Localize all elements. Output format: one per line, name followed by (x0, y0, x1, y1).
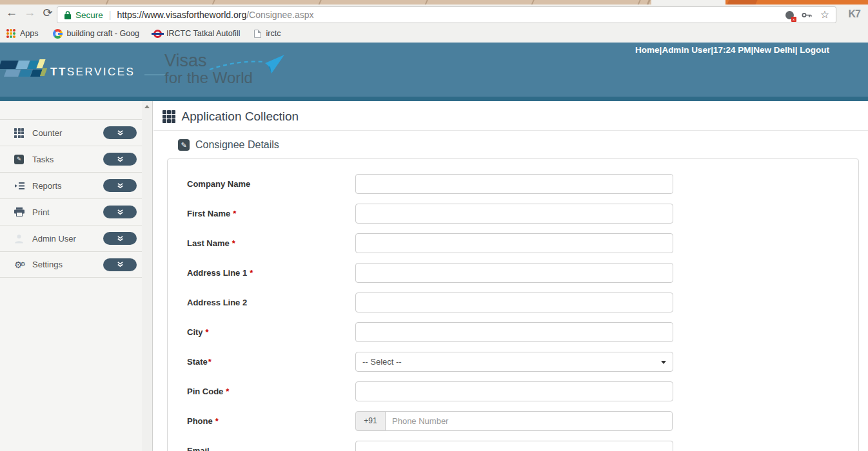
email-input[interactable] (355, 441, 673, 451)
sidebar: Counter ✎ Tasks Reports Print Adm (0, 101, 142, 451)
extension-icon[interactable]: x (785, 11, 794, 19)
logo-divider-line (144, 74, 165, 75)
forward-icon[interactable]: → (22, 6, 37, 19)
address-bar[interactable]: Secure | https://www.visasfortheworld.or… (57, 6, 836, 23)
user-icon (14, 234, 27, 244)
back-icon[interactable]: ← (4, 6, 19, 19)
required-asterisk: * (226, 387, 229, 396)
field-label: Email (187, 446, 355, 451)
secure-label: Secure (75, 10, 103, 20)
expand-button[interactable] (103, 126, 137, 139)
required-asterisk: * (233, 209, 236, 218)
site-header: Home|Admin User|17:24 PM|New Delhi| Logo… (0, 43, 868, 97)
sidebar-item-tasks[interactable]: ✎ Tasks (0, 146, 142, 172)
required-asterisk: * (215, 416, 219, 426)
tab-strip-frame (725, 0, 868, 5)
sidebar-item-label: Counter (32, 128, 62, 138)
consignee-form-panel: Company Name First Name* Last Name* Addr… (167, 158, 859, 451)
double-chevron-down-icon (117, 130, 124, 137)
grid-icon (163, 110, 175, 123)
sidebar-item-label: Tasks (32, 155, 54, 164)
sidebar-item-label: Settings (32, 260, 63, 269)
page-title: Application Collection (182, 110, 299, 124)
field-label: First Name* (187, 209, 355, 218)
address-line-2-input[interactable] (355, 293, 673, 312)
address-line-1-input[interactable] (355, 263, 673, 283)
main-content: Application Collection ✎ Consignee Detai… (153, 101, 868, 451)
state-select[interactable]: -- Select -- (355, 352, 673, 372)
field-label: Pin Code* (187, 387, 355, 396)
bookmark-label: Apps (20, 29, 39, 38)
gears-icon: ⚙⚙ (14, 260, 27, 269)
section-title: Consignee Details (195, 139, 279, 151)
first-name-input[interactable] (355, 204, 673, 224)
double-chevron-down-icon (117, 209, 124, 216)
form-row-state: State* -- Select -- (168, 347, 858, 376)
expand-button[interactable] (103, 258, 137, 271)
document-icon (254, 30, 261, 38)
expand-button[interactable] (103, 153, 137, 166)
form-row-pin-code: Pin Code* (168, 376, 858, 406)
phone-input[interactable] (385, 411, 673, 431)
field-label: Address Line 1* (187, 268, 355, 278)
field-label: City* (187, 327, 355, 337)
k7-extension-icon[interactable]: K7 (849, 8, 860, 20)
company-name-input[interactable] (355, 174, 673, 194)
bookmark-star-icon[interactable]: ☆ (820, 10, 829, 20)
form-row-address-line-2: Address Line 2 (168, 287, 858, 317)
expand-button[interactable] (103, 206, 137, 218)
bookmarks-bar: Apps building craft - Goog IRCTC Tatkal … (0, 24, 868, 43)
sidebar-item-label: Print (32, 207, 50, 217)
required-asterisk: * (250, 268, 253, 278)
pin-code-input[interactable] (355, 381, 673, 401)
scrollbar[interactable] (142, 101, 153, 451)
field-label: Address Line 2 (187, 298, 355, 307)
sidebar-item-settings[interactable]: ⚙⚙ Settings (0, 251, 142, 278)
divider (153, 130, 868, 131)
new-tab-button[interactable] (727, 0, 757, 5)
bookmark-item[interactable]: IRCTC Tatkal Autofill (153, 29, 240, 38)
required-asterisk: * (206, 327, 209, 337)
phone-prefix: +91 (355, 411, 386, 431)
key-icon[interactable] (802, 12, 813, 19)
sidebar-item-print[interactable]: Print (0, 198, 142, 225)
state-select-value: -- Select -- (362, 357, 402, 367)
apps-shortcut[interactable]: Apps (6, 29, 39, 38)
triangle-up-icon (144, 105, 150, 108)
extension-badge: x (791, 17, 796, 22)
bookmark-label: irctc (266, 29, 281, 38)
double-chevron-down-icon (117, 261, 124, 268)
header-nav-links[interactable]: Home|Admin User|17:24 PM|New Delhi| Logo… (635, 45, 829, 55)
sidebar-item-reports[interactable]: Reports (0, 172, 142, 198)
edit-icon: ✎ (178, 139, 190, 151)
field-label: State* (187, 357, 355, 367)
browser-toolbar: ← → ⟳ Secure | https://www.visasforthewo… (0, 5, 868, 24)
inactive-tabs[interactable] (0, 0, 651, 5)
field-label: Last Name* (187, 238, 355, 248)
field-label: Phone* (187, 416, 355, 426)
expand-button[interactable] (103, 232, 137, 245)
form-row-address-line-1: Address Line 1* (168, 258, 858, 287)
double-chevron-down-icon (117, 182, 124, 189)
last-name-input[interactable] (355, 233, 673, 253)
form-row-phone: Phone* +91 (168, 406, 858, 436)
double-chevron-down-icon (117, 156, 124, 163)
expand-button[interactable] (103, 179, 137, 192)
city-input[interactable] (355, 322, 673, 342)
sidebar-item-admin-user[interactable]: Admin User (0, 225, 142, 251)
bookmark-item[interactable]: irctc (254, 29, 281, 38)
form-row-company-name: Company Name (168, 169, 858, 198)
scrollbar-up-button[interactable] (142, 101, 152, 112)
url-domain: https://www.visasfortheworld.org (117, 10, 246, 20)
sidebar-item-counter[interactable]: Counter (0, 119, 142, 146)
required-asterisk: * (232, 238, 235, 248)
bookmark-label: IRCTC Tatkal Autofill (166, 29, 240, 38)
ttservices-logo: TTSERVICES (0, 55, 148, 86)
refresh-icon[interactable]: ⟳ (40, 6, 55, 20)
form-row-last-name: Last Name* (168, 228, 858, 258)
list-icon (14, 182, 27, 190)
sidebar-item-label: Admin User (32, 234, 76, 244)
form-row-email: Email (168, 436, 858, 451)
form-row-first-name: First Name* (168, 198, 858, 228)
bookmark-item[interactable]: building craft - Goog (53, 29, 140, 39)
